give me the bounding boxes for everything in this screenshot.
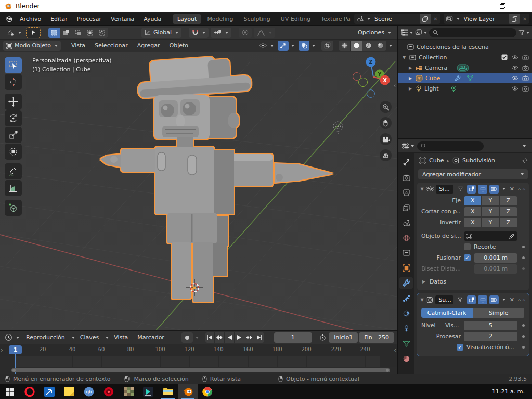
data-subpanel-arrow[interactable]: ▶ [421, 279, 426, 284]
current-frame-field[interactable]: 1 [274, 332, 312, 343]
taskbar-sticky-notes-icon[interactable] [59, 384, 79, 399]
outliner-row-camera[interactable]: ▶ Camera [398, 62, 532, 73]
clipping-animate-dot[interactable] [522, 246, 525, 248]
snap-toggle-button[interactable] [189, 28, 209, 38]
mirror-show-on-cage[interactable] [467, 185, 476, 194]
tab-particles[interactable] [399, 292, 413, 304]
play-button[interactable] [235, 332, 244, 343]
menu-objeto[interactable]: Objeto [165, 42, 193, 49]
mirror-bisect-x[interactable]: X [464, 207, 481, 216]
mirror-extras-caret[interactable] [502, 188, 505, 190]
collection-expand-arrow[interactable]: ▼ [401, 55, 407, 60]
subdiv-name-field[interactable]: Su... [435, 295, 453, 304]
tab-physics[interactable] [399, 307, 413, 319]
scene-unlink-button[interactable]: ✕ [431, 16, 440, 22]
tab-uv-editing[interactable]: UV Editing [276, 14, 315, 24]
mirror-axis-y[interactable]: Y [482, 196, 499, 205]
light-data-icon[interactable] [450, 85, 457, 92]
optimal-display-checkbox[interactable]: ✓ [457, 344, 463, 351]
mirror-bisect-z[interactable]: Z [500, 207, 517, 216]
pin-icon[interactable] [522, 158, 528, 164]
shading-solid[interactable] [351, 41, 362, 51]
collection-render-icon[interactable] [522, 55, 529, 60]
taskbar-file-explorer-icon[interactable] [158, 384, 178, 399]
tool-select-box[interactable] [5, 57, 22, 73]
select-mode-invert[interactable] [84, 28, 96, 38]
subdiv-show-render[interactable] [489, 295, 499, 304]
shading-material[interactable] [362, 41, 374, 51]
mirror-drag-handle[interactable]: ⁙⁙ [517, 186, 526, 191]
mesh-data-icon[interactable] [466, 75, 474, 81]
taskbar-blender-icon[interactable] [178, 384, 198, 399]
blender-menu-logo-icon[interactable] [5, 15, 13, 22]
editor-type-selector[interactable] [3, 28, 24, 38]
taskbar-chrome-icon[interactable] [198, 384, 217, 399]
bisect-distance-field[interactable]: 0.001 m [474, 264, 517, 274]
mirror-object-field[interactable] [464, 231, 517, 241]
outliner-editor-type[interactable] [401, 29, 413, 36]
viewport-3d[interactable]: Z Y X Personalizada (perspectiva) (1) Co… [0, 52, 397, 330]
start-button[interactable] [0, 384, 20, 399]
subdiv-expand-arrow[interactable]: ▼ [420, 298, 424, 302]
mode-selector[interactable]: Modo Objeto [3, 41, 61, 51]
mirror-name-field[interactable]: Si... [436, 185, 453, 194]
tab-material[interactable] [399, 353, 413, 364]
proportional-edit-button[interactable] [239, 28, 252, 38]
breadcrumb-active[interactable]: Subdivisión [462, 157, 495, 164]
play-reverse-button[interactable] [225, 332, 234, 343]
subdiv-drag-handle[interactable]: ⁙⁙ [517, 297, 526, 302]
cube-expand-arrow[interactable]: ▶ [408, 76, 413, 81]
clipping-checkbox[interactable] [464, 243, 471, 250]
jump-to-end-button[interactable] [254, 332, 264, 343]
auto-keying-toggle[interactable] [181, 332, 193, 343]
keying-menu[interactable]: Claves [76, 334, 103, 341]
render-animate-dot[interactable] [522, 335, 525, 338]
tab-render[interactable] [399, 172, 413, 183]
camera-expand-arrow[interactable]: ▶ [408, 66, 413, 70]
transform-orientation-dropdown[interactable]: Global [141, 28, 181, 38]
modifier-wrench-icon[interactable] [454, 75, 461, 82]
ruler-collapse-arrow[interactable]: ‹ [394, 346, 396, 354]
menu-agregar[interactable]: Agregar [133, 42, 164, 49]
overlays-toggle[interactable] [299, 41, 309, 51]
camera-render-icon[interactable] [522, 65, 529, 71]
select-mode-set[interactable] [48, 28, 60, 38]
view-layer-new-button[interactable] [509, 14, 520, 24]
tool-add-cube[interactable] [5, 200, 22, 216]
bisect-animate-dot[interactable] [522, 267, 525, 270]
tab-view-layer[interactable] [399, 202, 413, 213]
active-tool-button[interactable] [27, 28, 40, 38]
tab-modifiers[interactable] [399, 277, 413, 289]
subdiv-catmull-clark[interactable]: Catmull-Clark [421, 308, 473, 318]
marker-menu[interactable]: Marcador [133, 334, 168, 341]
ruler-expand-arrow[interactable]: › [1, 346, 3, 354]
camera-data-icon[interactable] [457, 64, 469, 72]
outliner-scene-collection[interactable]: Colecciones de la escena [398, 42, 532, 52]
menu-seleccionar[interactable]: Seleccionar [90, 42, 132, 49]
timeline-view-menu[interactable]: Vista [110, 334, 132, 341]
outliner-search[interactable] [429, 28, 516, 37]
scrollbar-right-handle[interactable] [386, 369, 389, 372]
subdiv-show-in-editmode-off[interactable] [456, 295, 465, 304]
light-hide-icon[interactable] [511, 86, 518, 91]
taskbar-designer-icon[interactable] [40, 384, 59, 399]
tab-collection-props[interactable] [399, 247, 413, 259]
tab-tool[interactable] [399, 157, 413, 168]
keying-set-caret[interactable] [196, 337, 199, 339]
timeline-channels[interactable] [0, 356, 397, 367]
optimal-animate-dot[interactable] [522, 346, 525, 349]
properties-editor-type[interactable] [401, 143, 414, 149]
tool-rotate[interactable] [5, 110, 22, 126]
scene-selector[interactable]: Scene ✕ [354, 14, 440, 24]
light-expand-arrow[interactable]: ▶ [408, 86, 413, 91]
subdiv-close-button[interactable]: ✕ [510, 297, 514, 303]
scrollbar-left-handle[interactable] [12, 369, 16, 372]
mirror-show-in-editmode-off[interactable] [456, 185, 465, 194]
camera-view-button[interactable] [380, 133, 392, 145]
frame-start-field[interactable]: Inicio1 [329, 332, 358, 343]
mirror-show-viewport[interactable] [478, 185, 487, 194]
tool-move[interactable] [5, 94, 22, 110]
taskbar-photos-app-icon[interactable] [119, 384, 138, 399]
levels-viewport-field[interactable]: 5 [464, 321, 517, 330]
shading-wireframe[interactable] [339, 41, 350, 51]
